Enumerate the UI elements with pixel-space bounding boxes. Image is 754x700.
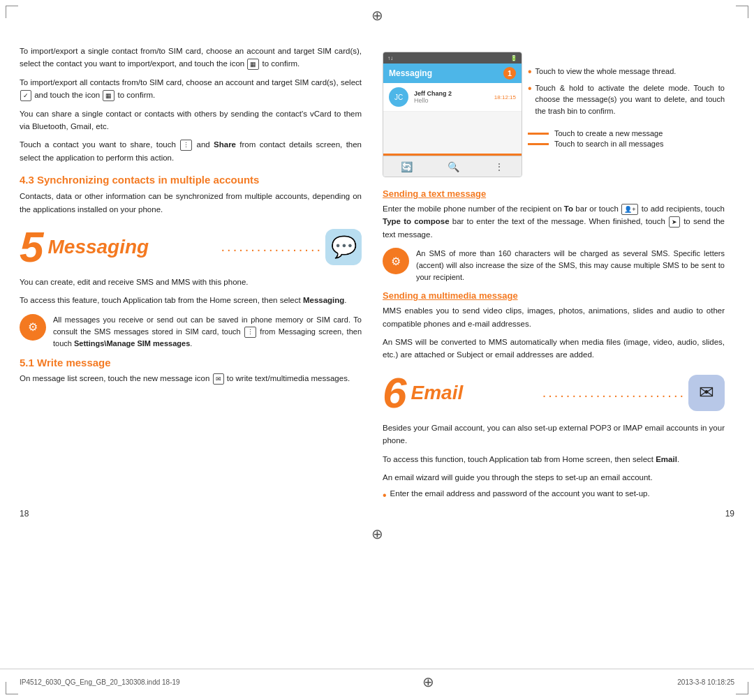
select-icon: ✓: [20, 90, 31, 101]
confirm-icon-1: ▦: [247, 59, 259, 70]
sending-mms-heading: Sending a multimedia message: [383, 290, 725, 301]
chapter-6-wizard: An email wizard will guide you through t…: [383, 471, 725, 484]
page-number-right: 19: [725, 509, 734, 519]
footer-compass-icon: ⊕: [422, 673, 434, 690]
annotation-2: • Touch & hold to activate the delete mo…: [528, 82, 725, 117]
note-icon-5: ⚙: [20, 314, 46, 341]
para-import-single: To import/export a single contact from/t…: [20, 45, 362, 70]
chapter-6-access: To access this function, touch Applicati…: [383, 453, 725, 466]
chapter-5-note-text: All messages you receive or send out can…: [53, 314, 362, 350]
phone-msg-text: Jeff Chang 2 Hello: [414, 90, 489, 104]
top-compass-area: ⊕: [0, 0, 754, 24]
phone-contact-name: Jeff Chang 2: [414, 90, 489, 97]
footer-date-info: 2013-3-8 10:18:25: [677, 678, 734, 686]
chapter-6-number: 6: [383, 371, 406, 415]
phone-screenshot-col: ↑↓ 🔋 Messaging 1 JC Jeff Chang 2: [383, 52, 522, 181]
bullet-1: •: [528, 66, 532, 78]
menu-icon: ⋮: [180, 140, 192, 151]
phone-top-bar: Messaging 1: [383, 64, 522, 83]
footer-file-info: IP4512_6030_QG_Eng_GB_20_130308.indd 18-…: [20, 678, 180, 686]
main-columns: To import/export a single contact from/t…: [0, 24, 754, 502]
phone-annotations-section: ↑↓ 🔋 Messaging 1 JC Jeff Chang 2: [383, 52, 725, 181]
sending-text-body: Enter the mobile phone number of the rec…: [383, 202, 725, 241]
phone-message-count: 1: [503, 67, 516, 80]
phone-compose-icon: 🔄: [401, 161, 413, 172]
para-touch-share: Touch a contact you want to share, touch…: [20, 138, 362, 164]
chapter-5-number: 5: [20, 225, 43, 269]
sending-mms-body: MMS enables you to send video clips, ima…: [383, 304, 725, 330]
compass-top-icon: ⊕: [371, 8, 383, 23]
note-icon-sms: ⚙: [383, 248, 409, 274]
chapter-6-bullet-item: • Enter the email address and password o…: [383, 489, 725, 502]
sms-note-box: ⚙ An SMS of more than 160 characters wil…: [383, 248, 725, 283]
sending-mms-body2: An SMS will be converted to MMS automati…: [383, 336, 725, 362]
sms-note-text: An SMS of more than 160 characters will …: [416, 248, 725, 283]
page-numbers-row: 18 19: [0, 502, 754, 519]
create-msg-annotation: Touch to create a new message: [528, 129, 725, 137]
annotation-text-2: Touch & hold to activate the delete mode…: [535, 82, 725, 117]
orange-line-2: [528, 143, 549, 145]
page-number-left: 18: [20, 509, 29, 519]
bottom-annotations: Touch to create a new message Touch to s…: [528, 129, 725, 148]
annotation-text-1: Touch to view the whole message thread.: [535, 66, 677, 78]
section-5-1-heading: 5.1 Write message: [20, 357, 362, 368]
new-msg-icon: ✉: [213, 373, 224, 385]
annotation-1: • Touch to view the whole message thread…: [528, 66, 725, 78]
right-column: ↑↓ 🔋 Messaging 1 JC Jeff Chang 2: [383, 45, 725, 502]
search-msg-annotation: Touch to search in all messages: [528, 140, 725, 148]
chapter-5-access: To access this feature, touch Applicatio…: [20, 294, 362, 306]
chapter-6-dots: ........................: [542, 385, 686, 401]
chapter-6-icon: ✉: [688, 375, 725, 411]
para-import-all: To import/export all contacts from/to SI…: [20, 76, 362, 102]
chapter-5-icon: 💬: [325, 229, 362, 265]
create-msg-label: Touch to create a new message: [554, 129, 663, 137]
footer: IP4512_6030_QG_Eng_GB_20_130308.indd 18-…: [0, 669, 754, 690]
chapter-6-intro: Besides your Gmail account, you can also…: [383, 422, 725, 447]
phone-search-icon: 🔍: [448, 161, 459, 172]
search-msg-label: Touch to search in all messages: [554, 140, 664, 148]
phone-bottom-bar: 🔄 🔍 ⋮: [383, 156, 522, 177]
bullet-2: •: [528, 82, 532, 117]
section-5-1-body: On message list screen, touch the new me…: [20, 372, 362, 385]
chapter-5-intro: You can create, edit and receive SMS and…: [20, 276, 362, 288]
phone-msg-time: 18:12:15: [494, 94, 516, 100]
phone-battery: 🔋: [510, 55, 517, 61]
phone-more-icon: ⋮: [494, 161, 504, 172]
confirm-icon-2: ▦: [103, 90, 114, 101]
phone-empty-area: [383, 112, 522, 154]
corner-mark-tr: [736, 6, 748, 18]
page-wrapper: ⊕ To import/export a single contact from…: [0, 0, 754, 700]
phone-app-title: Messaging: [389, 68, 432, 78]
annotation-column: • Touch to view the whole message thread…: [528, 52, 725, 181]
chapter-5-title: Messaging: [47, 236, 218, 258]
sending-text-heading: Sending a text message: [383, 188, 725, 199]
corner-mark-tl: [6, 6, 18, 18]
left-column: To import/export a single contact from/t…: [20, 45, 362, 502]
phone-avatar: JC: [389, 87, 408, 107]
para-share-contacts: You can share a single contact or contac…: [20, 107, 362, 133]
bottom-compass-area: ⊕: [0, 526, 754, 542]
orange-line-1: [528, 133, 549, 135]
section-4-3-heading: 4.3 Synchronizing contacts in multiple a…: [20, 174, 362, 186]
chapter-6-bullet-text: Enter the email address and password of …: [390, 489, 650, 498]
send-icon: ➤: [669, 216, 680, 228]
chapter-5-note-box: ⚙ All messages you receive or send out c…: [20, 314, 362, 350]
chapter-5-banner: 5 Messaging ................. 💬: [20, 225, 362, 269]
phone-status-bar: ↑↓ 🔋: [383, 52, 522, 64]
compass-bottom-icon: ⊕: [371, 526, 383, 542]
chapter-5-dots: .................: [221, 239, 323, 255]
menu-icon-sms: ⋮: [244, 327, 256, 338]
chapter-6-bullet-icon: •: [383, 489, 387, 502]
chapter-6-banner: 6 Email ........................ ✉: [383, 371, 725, 415]
phone-screenshot: ↑↓ 🔋 Messaging 1 JC Jeff Chang 2: [383, 52, 522, 177]
chapter-6-title: Email: [411, 382, 539, 404]
add-recipient-icon: 👤+: [621, 204, 638, 215]
phone-message-row: JC Jeff Chang 2 Hello 18:12:15: [383, 83, 522, 112]
phone-signal: ↑↓: [387, 55, 393, 61]
section-4-3-body: Contacts, data or other information can …: [20, 190, 362, 216]
phone-msg-preview: Hello: [414, 97, 489, 104]
